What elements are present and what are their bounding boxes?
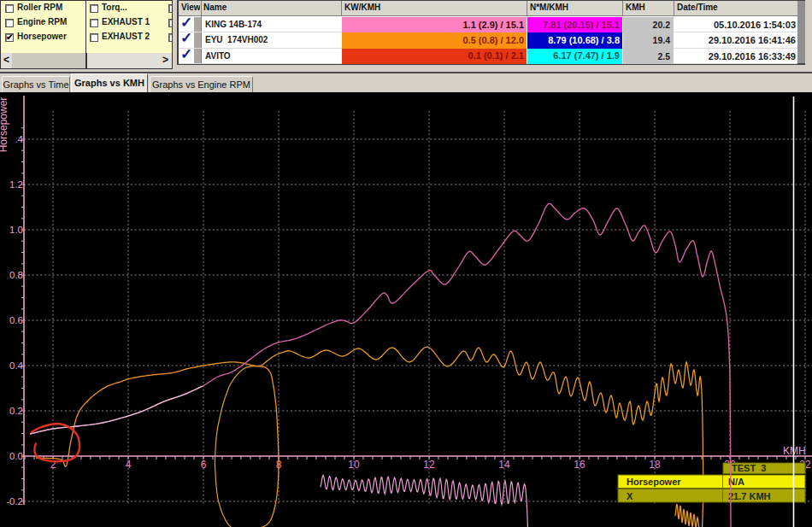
svg-text:0.2: 0.2	[9, 406, 23, 416]
svg-text:21.7 KMH: 21.7 KMH	[728, 491, 771, 501]
svg-text:14: 14	[498, 459, 510, 471]
svg-text:1.0: 1.0	[9, 225, 23, 235]
svg-text:4: 4	[126, 459, 132, 471]
svg-text:12: 12	[423, 459, 435, 471]
svg-text:Horsepower: Horsepower	[0, 97, 9, 153]
svg-text:-0.2: -0.2	[6, 496, 23, 507]
svg-text:0.8: 0.8	[9, 270, 23, 280]
svg-text:10: 10	[348, 459, 360, 471]
svg-text:0.0: 0.0	[9, 451, 23, 461]
svg-text:18: 18	[649, 459, 661, 471]
svg-text:1.2: 1.2	[9, 179, 23, 190]
svg-text:0.4: 0.4	[9, 360, 24, 371]
svg-text:16: 16	[574, 459, 585, 471]
svg-text:KMH: KMH	[783, 445, 806, 457]
svg-text:0.6: 0.6	[9, 315, 23, 325]
svg-text:TEST 3: TEST 3	[732, 463, 766, 473]
svg-text:X: X	[627, 491, 633, 501]
svg-text:Horsepower: Horsepower	[627, 477, 681, 487]
svg-text:6: 6	[201, 459, 207, 471]
svg-text:.4: .4	[15, 134, 23, 144]
